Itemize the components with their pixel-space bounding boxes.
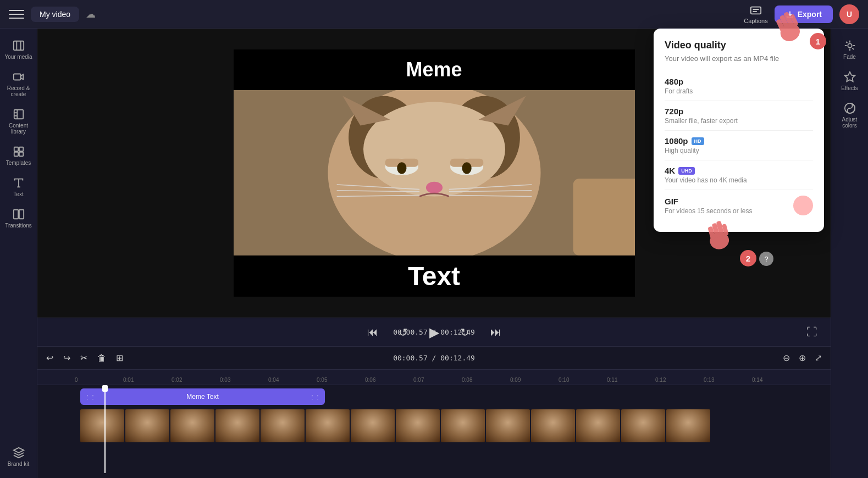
- video-bottom-overlay: Text: [234, 255, 635, 297]
- thumb-12: [576, 409, 620, 442]
- quality-option-1080p[interactable]: 1080p HD High quality: [665, 131, 813, 160]
- uhd-badge: UHD: [678, 167, 695, 175]
- playhead-head: [102, 385, 108, 392]
- sidebar-item-your-media[interactable]: Your media: [2, 35, 35, 64]
- svg-rect-7: [14, 147, 18, 151]
- thumb-14: [666, 409, 710, 442]
- sidebar-item-brand-kit[interactable]: Brand kit: [2, 442, 35, 471]
- topbar-left: My video ☁: [9, 7, 96, 22]
- svg-rect-6: [14, 110, 23, 119]
- hamburger-menu[interactable]: [9, 7, 24, 22]
- project-name-button[interactable]: My video: [31, 7, 79, 22]
- svg-rect-0: [751, 7, 761, 14]
- thumb-11: [531, 409, 575, 442]
- fit-button[interactable]: ⤢: [812, 351, 824, 365]
- sidebar-item-text[interactable]: Text: [2, 173, 35, 202]
- svg-point-25: [462, 162, 471, 174]
- svg-rect-4: [13, 41, 23, 51]
- sidebar-item-templates[interactable]: Templates: [2, 141, 35, 170]
- sidebar-item-record-create[interactable]: Record & create: [2, 66, 35, 102]
- thumb-9: [441, 409, 485, 442]
- svg-rect-10: [19, 152, 23, 156]
- quality-subtitle: Your video will export as an MP4 file: [665, 54, 813, 63]
- thumb-7: [351, 409, 395, 442]
- hd-badge: HD: [692, 137, 704, 145]
- svg-line-40: [852, 48, 854, 50]
- quality-title: Video quality: [665, 40, 813, 51]
- svg-rect-9: [14, 152, 18, 156]
- zoom-out-button[interactable]: ⊖: [781, 351, 792, 365]
- skip-to-end-button[interactable]: ⏭: [486, 323, 506, 342]
- right-sidebar: Fade Effects Adjust colors: [831, 29, 868, 478]
- video-thumbnails-track: [37, 408, 831, 443]
- video-controls: ⏮ ↺ ▶ ↻ ⏭ 00:00.57 / 00:12.49 ⛶: [37, 318, 831, 346]
- svg-line-39: [845, 42, 847, 43]
- svg-rect-8: [19, 147, 23, 151]
- cut-button[interactable]: ✂: [78, 351, 90, 365]
- user-avatar[interactable]: U: [839, 4, 859, 24]
- quality-option-name-4k: 4K UHD: [665, 166, 813, 175]
- timeline-area: ↩ ↪ ✂ 🗑 ⊞ 00:00.57 / 00:12.49 ⊖ ⊕ ⤢: [37, 346, 831, 478]
- redo-button[interactable]: ↪: [61, 351, 73, 365]
- quality-option-name-gif: GIF: [665, 197, 752, 206]
- thumb-1: [80, 409, 124, 442]
- quality-option-desc-gif: For videos 15 seconds or less: [665, 207, 752, 215]
- thumb-10: [486, 409, 530, 442]
- quality-dropdown: Video quality Your video will export as …: [654, 29, 824, 232]
- svg-rect-35: [573, 179, 634, 255]
- sidebar-item-content-library[interactable]: Content library: [2, 104, 35, 139]
- cloud-save-icon[interactable]: ☁: [86, 8, 96, 20]
- delete-button[interactable]: 🗑: [95, 351, 108, 365]
- sidebar-item-transitions[interactable]: Transitions: [2, 204, 35, 233]
- video-title-overlay: Meme: [234, 49, 635, 90]
- video-content: [234, 90, 635, 255]
- thumb-2: [125, 409, 169, 442]
- zoom-in-button[interactable]: ⊕: [797, 351, 808, 365]
- svg-rect-14: [19, 210, 23, 219]
- sidebar-item-effects[interactable]: Effects: [833, 66, 866, 96]
- sidebar-item-adjust-colors[interactable]: Adjust colors: [833, 98, 866, 133]
- quality-option-desc-4k: Your video has no 4K media: [665, 176, 813, 184]
- thumb-5: [261, 409, 305, 442]
- timeline-timecode: 00:00.57 / 00:12.49: [393, 354, 475, 362]
- topbar-right: Captions Export U: [744, 4, 859, 24]
- fullscreen-button[interactable]: ⛶: [802, 323, 822, 342]
- thumb-3: [170, 409, 214, 442]
- quality-option-name-480p: 480p: [665, 77, 813, 86]
- sidebar-item-fade[interactable]: Fade: [833, 35, 866, 64]
- video-frame: Meme: [234, 49, 635, 297]
- svg-point-26: [425, 182, 442, 194]
- svg-rect-5: [13, 74, 20, 80]
- quality-option-name-1080p: 1080p HD: [665, 136, 813, 146]
- timeline-ruler: 0 0:01 0:02 0:03 0:04 0:05 0:06 0:07 0:0…: [37, 370, 831, 385]
- tracks-container: ⋮⋮ Meme Text ⋮⋮: [37, 385, 831, 473]
- svg-rect-13: [13, 210, 18, 219]
- quality-option-name-720p: 720p: [665, 107, 813, 116]
- gif-selection-indicator: [793, 196, 813, 215]
- left-sidebar: Your media Record & create Content libra…: [0, 29, 37, 478]
- thumb-8: [396, 409, 440, 442]
- text-track-clip[interactable]: ⋮⋮ Meme Text ⋮⋮: [80, 388, 325, 405]
- svg-point-36: [848, 43, 852, 47]
- quality-option-gif[interactable]: GIF For videos 15 seconds or less: [665, 190, 813, 221]
- playhead: [104, 385, 106, 473]
- timeline-toolbar: ↩ ↪ ✂ 🗑 ⊞ 00:00.57 / 00:12.49 ⊖ ⊕ ⤢: [37, 347, 831, 370]
- quality-option-480p[interactable]: 480p For drafts: [665, 71, 813, 101]
- quality-option-desc-480p: For drafts: [665, 87, 813, 95]
- text-track-row: ⋮⋮ Meme Text ⋮⋮: [37, 385, 831, 408]
- split-button[interactable]: ⊞: [114, 351, 125, 365]
- timecode-display: 00:00.57 / 00:12.49: [393, 328, 475, 336]
- thumb-13: [621, 409, 665, 442]
- zoom-controls: ⊖ ⊕ ⤢: [781, 351, 824, 365]
- thumb-4: [215, 409, 259, 442]
- svg-point-24: [397, 162, 406, 174]
- topbar: My video ☁ Captions Export U: [0, 0, 868, 29]
- svg-marker-43: [844, 72, 854, 81]
- export-button[interactable]: Export: [775, 5, 833, 23]
- skip-to-start-button[interactable]: ⏮: [363, 323, 383, 342]
- quality-option-desc-1080p: High quality: [665, 147, 813, 154]
- captions-button[interactable]: Captions: [744, 4, 767, 24]
- quality-option-720p[interactable]: 720p Smaller file, faster export: [665, 101, 813, 131]
- undo-button[interactable]: ↩: [44, 351, 56, 365]
- quality-option-4k[interactable]: 4K UHD Your video has no 4K media: [665, 160, 813, 190]
